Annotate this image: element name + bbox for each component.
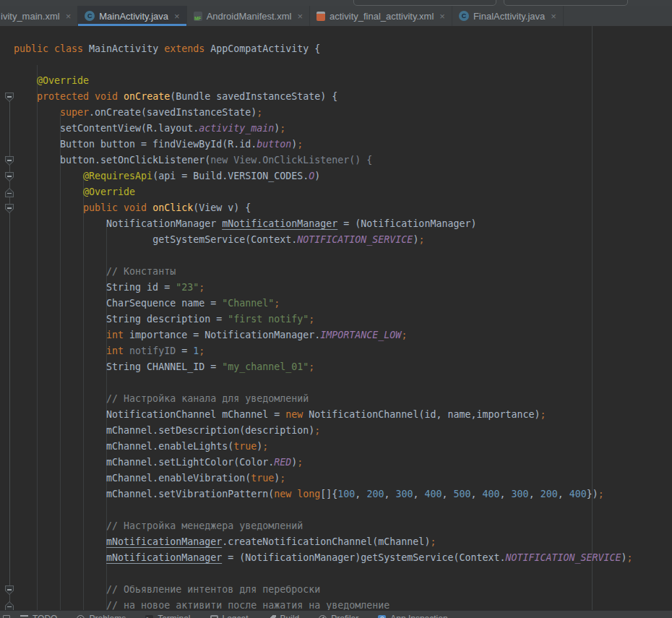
- code-line: // Настройка канала для уведомлений: [0, 391, 672, 407]
- close-tab-icon[interactable]: ×: [297, 12, 303, 21]
- toolwindow-button-logcat[interactable]: Logcat: [210, 614, 249, 618]
- tab-MainActivity.java[interactable]: CMainActivity.java×: [78, 6, 186, 26]
- tab-label: MainActivity.java: [99, 11, 168, 22]
- run-configuration-group[interactable]: [353, 0, 496, 6]
- build-icon: [268, 615, 276, 618]
- toolwindow-button-label: TODO: [33, 614, 57, 618]
- code-line: // Обьявление интентов для переброски: [0, 582, 672, 598]
- toolwindow-button-problems[interactable]: Problems: [77, 614, 126, 618]
- code-line: [0, 566, 672, 582]
- fold-end-icon[interactable]: [5, 188, 14, 197]
- editor-tabs: ivity_main.xml×CMainActivity.java×MFAndr…: [0, 6, 672, 26]
- code-editor[interactable]: public class MainActivity extends AppCom…: [0, 26, 672, 610]
- manifest-file-icon: MF: [194, 12, 202, 21]
- profiler-icon: [319, 615, 327, 618]
- tab-label: FinalActtivity.java: [473, 11, 545, 22]
- toolwindow-button-app-inspection[interactable]: App Inspection: [378, 614, 447, 618]
- toolwindow-button-build[interactable]: Build: [268, 614, 300, 618]
- code-line: NotificationChannel mChannel = new Notif…: [0, 407, 672, 423]
- code-line: CharSequence name = "Channel";: [0, 296, 672, 312]
- code-line: protected void onCreate(Bundle savedInst…: [0, 89, 672, 105]
- code-line: getSystemService(Context.NOTIFICATION_SE…: [0, 232, 672, 248]
- tab-AndroidManifest.xml[interactable]: MFAndroidManifest.xml×: [187, 6, 310, 26]
- code-line: mChannel.enableLights(true);: [0, 439, 672, 455]
- code-line: [0, 57, 672, 73]
- fold-collapse-icon[interactable]: [5, 585, 14, 595]
- toolwindow-button-label: Terminal: [158, 614, 190, 618]
- code-lines[interactable]: public class MainActivity extends AppCom…: [0, 41, 672, 610]
- fold-collapse-icon[interactable]: [5, 204, 14, 213]
- close-tab-icon[interactable]: ×: [174, 12, 180, 21]
- layout-xml-file-icon: [316, 12, 325, 21]
- code-line: button.setOnClickListener(new View.OnCli…: [0, 153, 672, 168]
- code-line: NotificationManager mNotificationManager…: [0, 216, 672, 232]
- tab-label: activity_final_acttivity.xml: [329, 11, 434, 22]
- tab-label: AndroidManifest.xml: [207, 11, 292, 22]
- toolwindow-button-profiler[interactable]: Profiler: [319, 614, 358, 618]
- class-file-icon: C: [459, 11, 469, 21]
- code-line: mNotificationManager = (NotificationMana…: [0, 550, 672, 566]
- toolwindow-button-label: Problems: [89, 614, 126, 618]
- window-layout-icon[interactable]: [3, 615, 10, 618]
- code-line: [0, 375, 672, 391]
- close-tab-icon[interactable]: ×: [66, 12, 72, 21]
- code-line: // Настройка менеджера уведомлений: [0, 518, 672, 534]
- problems-icon: [77, 615, 85, 618]
- code-line: int importance = NotificationManager.IMP…: [0, 327, 672, 343]
- close-tab-icon[interactable]: ×: [551, 12, 556, 21]
- code-line: Button button = findViewById(R.id.button…: [0, 137, 672, 153]
- code-line: mChannel.setDescription(description);: [0, 423, 672, 439]
- fold-collapse-icon[interactable]: [5, 172, 14, 181]
- logcat-icon: [210, 615, 218, 618]
- close-tab-icon[interactable]: ×: [439, 12, 445, 21]
- tab-ivity_main.xml[interactable]: ivity_main.xml×: [0, 6, 78, 26]
- code-line: mChannel.enableVibration(true);: [0, 471, 672, 486]
- fold-end-icon[interactable]: [5, 601, 14, 610]
- code-line: @RequiresApi(api = Build.VERSION_CODES.O…: [0, 168, 672, 184]
- code-line: String id = "23";: [0, 280, 672, 296]
- toolwindow-button-label: Build: [280, 614, 300, 618]
- code-line: setContentView(R.layout.activity_main);: [0, 121, 672, 137]
- code-line: // Константы: [0, 264, 672, 280]
- toolwindow-button-label: Logcat: [223, 614, 249, 618]
- code-line: String CHANNEL_ID = "my_channel_01";: [0, 359, 672, 375]
- todo-icon: [20, 615, 28, 618]
- terminal-icon: [145, 615, 153, 618]
- code-line: public class MainActivity extends AppCom…: [0, 41, 672, 57]
- class-file-icon: C: [85, 11, 95, 21]
- toolwindow-button-label: App Inspection: [390, 614, 447, 618]
- tab-activity_final_acttivity.xml[interactable]: activity_final_acttivity.xml×: [310, 6, 452, 26]
- code-line: @Override: [0, 73, 672, 89]
- toolwindow-button-terminal[interactable]: Terminal: [145, 614, 190, 618]
- toolwindow-button-todo[interactable]: TODO: [20, 614, 57, 618]
- tab-FinalActtivity.java[interactable]: CFinalActtivity.java×: [452, 6, 564, 26]
- code-line: mChannel.setLightColor(Color.RED);: [0, 455, 672, 471]
- code-line: super.onCreate(savedInstanceState);: [0, 105, 672, 121]
- code-line: String description = "first notify";: [0, 312, 672, 327]
- tab-label: ivity_main.xml: [1, 11, 60, 22]
- code-line: @Override: [0, 184, 672, 200]
- fold-collapse-icon[interactable]: [5, 93, 14, 102]
- code-line: [0, 248, 672, 264]
- code-line: mNotificationManager.createNotificationC…: [0, 534, 672, 550]
- toolwindow-button-label: Profiler: [331, 614, 358, 618]
- android-studio-window: { "colors":{ "editor_bg":"#2b2b2b","tab_…: [0, 0, 672, 618]
- code-line: mChannel.setVibrationPattern(new long[]{…: [0, 486, 672, 502]
- tool-window-bar: TODOProblemsTerminalLogcatBuildProfilerA…: [0, 610, 672, 618]
- main-toolbar-strip: [0, 0, 672, 6]
- code-line: int notifyID = 1;: [0, 343, 672, 359]
- code-line: public void onClick(View v) {: [0, 200, 672, 216]
- app-inspection-icon: [378, 615, 386, 618]
- fold-collapse-icon[interactable]: [5, 156, 14, 166]
- run-controls-group[interactable]: [504, 0, 628, 6]
- code-line: [0, 502, 672, 518]
- code-line: // на новое активити после нажатия на ув…: [0, 598, 672, 610]
